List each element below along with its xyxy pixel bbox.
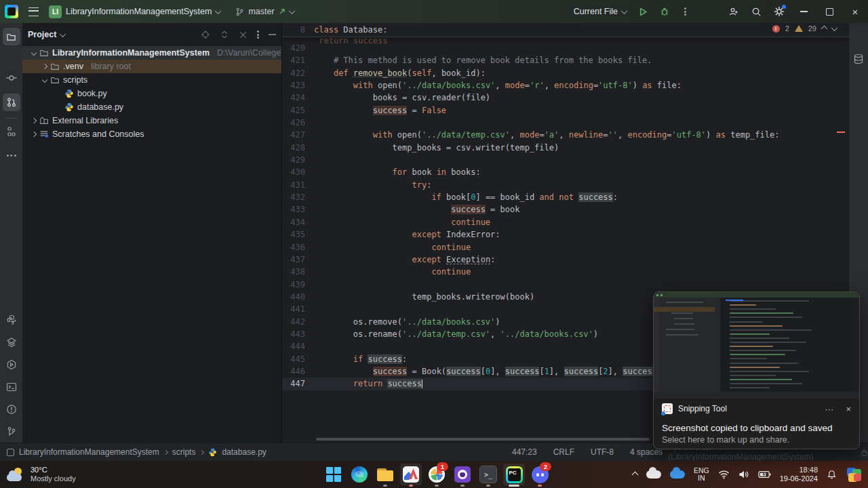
tree-row-scripts[interactable]: scripts <box>22 73 281 87</box>
code-line[interactable]: 426 <box>282 117 849 129</box>
pinwheel-app-icon[interactable]: 1 <box>424 461 450 488</box>
prev-problem-icon[interactable] <box>821 25 828 32</box>
code-line[interactable]: 437 except Exception: <box>282 253 849 266</box>
chevron-collapsed-icon[interactable] <box>31 131 37 137</box>
run-button[interactable] <box>632 0 654 23</box>
error-stripe-mark[interactable] <box>837 131 845 133</box>
caret-position[interactable]: 447:23 <box>512 447 537 457</box>
more-actions-kebab-icon[interactable] <box>675 0 694 23</box>
clock-widget[interactable]: 18:48 19-06-2024 <box>780 466 818 483</box>
sticky-header-line[interactable]: 8 class Database: <box>282 23 849 37</box>
search-everywhere-icon[interactable] <box>745 0 768 23</box>
chevron-expanded-icon[interactable] <box>31 50 37 56</box>
terminal-tool-button[interactable] <box>3 378 20 396</box>
pycharm-logo-icon[interactable] <box>0 0 23 23</box>
expand-all-icon[interactable] <box>220 30 229 39</box>
line-separator[interactable]: CRLF <box>553 447 574 457</box>
code-line[interactable]: 420 <box>282 42 849 54</box>
tree-row-scratches[interactable]: Scratches and Consoles <box>22 127 281 141</box>
code-line[interactable]: 423 with open('../data/books.csv', mode=… <box>282 79 849 92</box>
widgets-icon[interactable] <box>846 466 863 483</box>
code-line[interactable]: 429 <box>282 154 849 166</box>
close-button[interactable]: × <box>842 0 868 23</box>
code-line[interactable]: 428 temp_books = csv.writer(temp_file) <box>282 142 849 154</box>
code-line[interactable]: 439 <box>282 279 849 291</box>
code-line[interactable]: 427 with open('../data/temp.csv', mode='… <box>282 129 849 141</box>
locate-file-icon[interactable] <box>201 30 210 39</box>
code-line[interactable]: 422 def remove_book(self, book_id): <box>282 67 849 79</box>
code-line[interactable]: 424 books = csv.reader(file) <box>282 92 849 104</box>
code-line[interactable]: 432 if book[0] == book_id and not succes… <box>282 191 849 203</box>
tree-row-database-py[interactable]: database.py <box>22 100 281 114</box>
settings-gear-icon[interactable] <box>768 0 791 23</box>
project-tool-button[interactable] <box>3 28 20 45</box>
inspections-widget[interactable]: ! 2 29 <box>772 24 837 33</box>
code-line[interactable]: 430 for book in books: <box>282 166 849 178</box>
project-panel-title[interactable]: Project <box>28 30 56 39</box>
code-line[interactable]: 425 success = False <box>282 104 849 117</box>
chevron-collapsed-icon[interactable] <box>42 64 47 69</box>
tree-row-venv[interactable]: .venv library root <box>22 60 281 73</box>
code-line[interactable]: 433 success = book <box>282 203 849 216</box>
notification-center-bell-icon[interactable] <box>827 470 837 480</box>
code-line[interactable]: 435 except IndexError: <box>282 228 849 241</box>
structure-tool-button[interactable] <box>3 123 20 140</box>
tray-overflow-chevron-icon[interactable] <box>632 471 639 478</box>
problems-tool-button[interactable] <box>3 401 20 418</box>
minimize-button[interactable] <box>791 0 816 23</box>
code-line[interactable]: 421 # This method is used to remove book… <box>282 54 849 66</box>
project-widget[interactable]: LI LibraryInformationManagementSystem <box>43 3 226 20</box>
code-line[interactable]: 438 continue <box>282 266 849 278</box>
toast-more-icon[interactable]: ··· <box>825 404 833 414</box>
battery-icon[interactable] <box>758 470 771 479</box>
horizontal-scrollbar[interactable] <box>316 438 650 441</box>
run-configuration-selector[interactable]: Current File <box>568 3 632 20</box>
snipping-tool-toast[interactable]: Snipping Tool ··· × Screenshot copied to… <box>653 291 860 449</box>
start-button[interactable] <box>321 461 347 488</box>
python-packages-tool-button[interactable] <box>3 311 20 329</box>
debug-button[interactable] <box>654 0 675 23</box>
code-line[interactable]: 436 continue <box>282 241 849 253</box>
volume-icon[interactable] <box>738 470 749 479</box>
paint-app-icon[interactable] <box>398 461 424 488</box>
tree-row-project-root[interactable]: LibraryInformationManagementSystem D:\Va… <box>22 46 281 60</box>
maximize-button[interactable] <box>816 0 842 23</box>
tree-row-book-py[interactable]: book.py <box>22 87 281 100</box>
layers-tool-button[interactable] <box>3 333 20 351</box>
main-menu-hamburger-icon[interactable] <box>23 0 43 23</box>
github-desktop-icon[interactable] <box>450 461 475 488</box>
discord-icon[interactable]: 2 <box>527 461 553 488</box>
chevron-expanded-icon[interactable] <box>42 77 47 83</box>
breadcrumb[interactable]: LibraryInformationManagementSystem scrip… <box>0 447 267 457</box>
commit-tool-button[interactable] <box>3 69 20 87</box>
code-line[interactable]: 431 try: <box>282 179 849 191</box>
hide-panel-icon[interactable] <box>269 34 276 35</box>
next-problem-icon[interactable] <box>831 24 838 31</box>
more-tool-windows-button[interactable] <box>3 146 20 164</box>
toast-action-hint[interactable]: Select here to mark up and share. <box>662 435 789 445</box>
language-indicator[interactable]: ENGIN <box>694 467 709 482</box>
collapse-all-icon[interactable] <box>239 30 248 39</box>
git-tool-button[interactable] <box>3 423 20 441</box>
database-tool-button[interactable] <box>850 50 867 68</box>
chevron-collapsed-icon[interactable] <box>31 118 37 123</box>
screenshot-preview[interactable] <box>654 292 859 399</box>
onedrive-icon[interactable] <box>670 470 685 479</box>
weather-widget[interactable]: 30°C Mostly cloudy <box>7 466 76 483</box>
file-explorer-icon[interactable] <box>372 461 398 488</box>
file-encoding[interactable]: UTF-8 <box>591 447 614 457</box>
onedrive-personal-icon[interactable] <box>646 470 661 479</box>
tree-row-external-libraries[interactable]: External Libraries <box>22 114 281 127</box>
toast-close-icon[interactable]: × <box>846 404 851 414</box>
code-line[interactable]: 434 continue <box>282 216 849 228</box>
pull-requests-tool-button[interactable] <box>3 94 20 111</box>
pycharm-taskbar-icon[interactable] <box>501 461 527 488</box>
panel-options-kebab-icon[interactable] <box>257 29 259 39</box>
error-count: 2 <box>785 24 789 33</box>
wifi-icon[interactable] <box>718 470 730 479</box>
edge-icon[interactable] <box>347 461 372 488</box>
services-tool-button[interactable] <box>3 356 20 373</box>
code-with-me-icon[interactable] <box>722 0 745 23</box>
vcs-widget[interactable]: master <box>230 3 299 20</box>
terminal-icon[interactable]: >_ <box>475 461 501 488</box>
